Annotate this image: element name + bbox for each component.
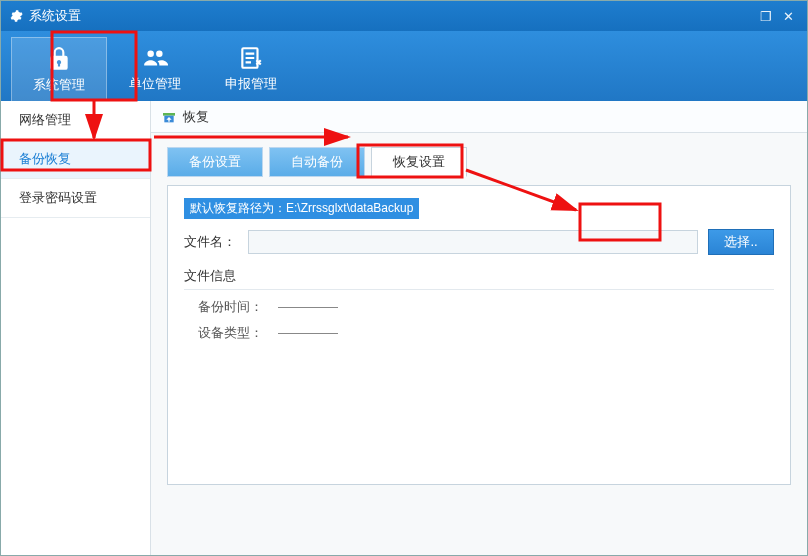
sidebar-item-password[interactable]: 登录密码设置 — [1, 179, 150, 218]
breadcrumb: 恢复 — [151, 101, 807, 133]
content: 备份设置 自动备份 恢复设置 默认恢复路径为：E:\Zrrssglxt\data… — [151, 133, 807, 555]
sidebar-item-label: 登录密码设置 — [19, 190, 97, 205]
file-info-title: 文件信息 — [184, 267, 774, 290]
default-path-note: 默认恢复路径为：E:\Zrrssglxt\dataBackup — [184, 198, 419, 219]
sidebar: 网络管理 备份恢复 登录密码设置 — [1, 101, 151, 555]
tab-label: 自动备份 — [291, 153, 343, 171]
device-type-value — [278, 333, 338, 334]
form-icon — [238, 45, 264, 71]
body: 网络管理 备份恢复 登录密码设置 恢复 备份设置 自动备份 恢复设置 默认恢复路… — [1, 101, 807, 555]
restore-window-button[interactable]: ❐ — [755, 9, 777, 24]
tab-bar: 备份设置 自动备份 恢复设置 — [167, 147, 791, 177]
window-title: 系统设置 — [29, 7, 81, 25]
title-bar: 系统设置 ❐ ✕ — [1, 1, 807, 31]
restore-panel: 默认恢复路径为：E:\Zrrssglxt\dataBackup 文件名： 选择.… — [167, 185, 791, 485]
sidebar-item-network[interactable]: 网络管理 — [1, 101, 150, 140]
main-area: 恢复 备份设置 自动备份 恢复设置 默认恢复路径为：E:\Zrrssglxt\d… — [151, 101, 807, 555]
tab-restore-settings[interactable]: 恢复设置 — [371, 147, 467, 177]
lock-icon — [46, 46, 72, 72]
file-row: 文件名： 选择.. — [184, 229, 774, 255]
sidebar-item-label: 备份恢复 — [19, 151, 71, 166]
tab-backup-settings[interactable]: 备份设置 — [167, 147, 263, 177]
breadcrumb-label: 恢复 — [183, 108, 209, 126]
close-window-button[interactable]: ✕ — [777, 9, 799, 24]
toolbar-item-system[interactable]: 系统管理 — [11, 37, 107, 101]
toolbar-item-label: 单位管理 — [129, 75, 181, 93]
main-toolbar: 系统管理 单位管理 申报管理 — [1, 31, 807, 101]
tab-auto-backup[interactable]: 自动备份 — [269, 147, 365, 177]
gear-icon — [9, 9, 23, 23]
sidebar-item-label: 网络管理 — [19, 112, 71, 127]
sidebar-item-backup[interactable]: 备份恢复 — [1, 140, 150, 179]
backup-time-row: 备份时间： — [198, 298, 774, 316]
toolbar-item-label: 系统管理 — [33, 76, 85, 94]
toolbar-item-org[interactable]: 单位管理 — [107, 37, 203, 101]
choose-file-button[interactable]: 选择.. — [708, 229, 774, 255]
backup-time-label: 备份时间： — [198, 298, 278, 316]
device-type-row: 设备类型： — [198, 324, 774, 342]
backup-time-value — [278, 307, 338, 308]
file-label: 文件名： — [184, 233, 248, 251]
toolbar-item-declare[interactable]: 申报管理 — [203, 37, 299, 101]
users-icon — [142, 45, 168, 71]
toolbar-item-label: 申报管理 — [225, 75, 277, 93]
app-window: 系统设置 ❐ ✕ 系统管理 单位管理 申报管理 网络管理 备份恢复 — [0, 0, 808, 556]
tab-label: 备份设置 — [189, 153, 241, 171]
device-type-label: 设备类型： — [198, 324, 278, 342]
tab-label: 恢复设置 — [393, 153, 445, 171]
restore-icon — [161, 109, 177, 125]
file-input[interactable] — [248, 230, 698, 254]
